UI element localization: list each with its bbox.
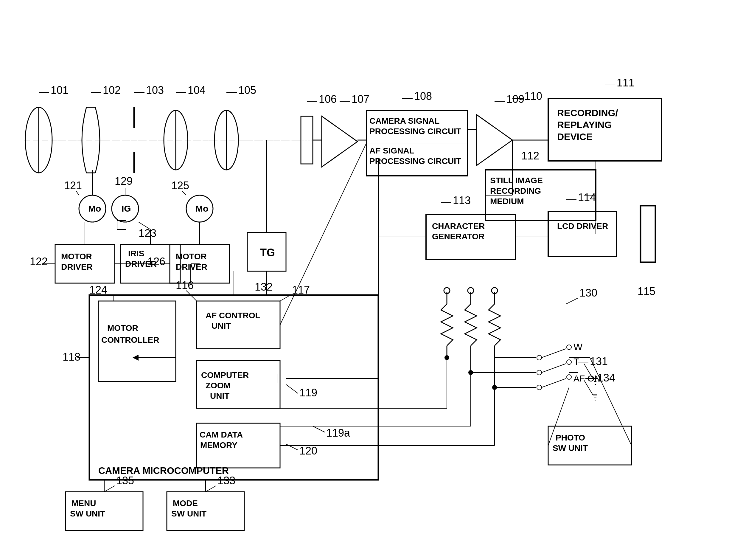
label-125: 125 bbox=[171, 179, 189, 191]
mode-sw-label2: SW UNIT bbox=[171, 509, 207, 518]
w-label: W bbox=[573, 342, 583, 352]
label-126: 126 bbox=[147, 255, 165, 268]
label-116: 116 bbox=[176, 279, 194, 292]
menu-sw-label1: MENU bbox=[72, 499, 96, 508]
diagram-svg: 101 102 103 104 105 106 107 CAMERA SIGNA… bbox=[0, 0, 743, 560]
char-gen-label2: GENERATOR bbox=[432, 232, 484, 241]
label-112: 112 bbox=[521, 149, 539, 162]
recording-label3: DEVICE bbox=[557, 131, 593, 142]
menu-sw-label2: SW UNIT bbox=[70, 509, 105, 518]
still-image-label1: STILL IMAGE bbox=[490, 176, 543, 185]
camera-signal-label2: PROCESSING CIRCUIT bbox=[369, 127, 461, 136]
label-118: 118 bbox=[62, 351, 80, 363]
label-133: 133 bbox=[217, 474, 235, 487]
computer-zoom-label1: COMPUTER bbox=[201, 371, 249, 380]
label-131: 131 bbox=[590, 355, 608, 368]
photo-sw-label2: SW UNIT bbox=[553, 443, 588, 453]
cam-data-label2: MEMORY bbox=[200, 440, 237, 450]
label-120: 120 bbox=[299, 445, 317, 457]
label-132: 132 bbox=[255, 281, 273, 293]
mode-sw-label1: MODE bbox=[173, 499, 198, 508]
motor-driver1-label2: DRIVER bbox=[61, 262, 93, 271]
motor-driver1-label1: MOTOR bbox=[61, 252, 92, 261]
label-104: 104 bbox=[188, 84, 206, 96]
camera-signal-label: CAMERA SIGNAL bbox=[369, 116, 439, 126]
iris-driver-label1: IRIS bbox=[128, 249, 144, 258]
mo-label-121: Mo bbox=[88, 204, 101, 213]
label-111: 111 bbox=[617, 77, 635, 89]
computer-zoom-label2: ZOOM bbox=[206, 381, 230, 390]
label-101: 101 bbox=[51, 84, 69, 96]
label-119a: 119a bbox=[326, 427, 350, 439]
cam-data-label1: CAM DATA bbox=[200, 430, 243, 439]
label-134: 134 bbox=[597, 372, 615, 384]
label-108: 108 bbox=[414, 90, 432, 102]
motor-ctrl-label2: CONTROLLER bbox=[101, 335, 159, 345]
label-113: 113 bbox=[453, 194, 471, 207]
label-103: 103 bbox=[146, 84, 164, 96]
motor-ctrl-label1: MOTOR bbox=[107, 324, 138, 333]
label-105: 105 bbox=[238, 84, 256, 96]
label-114: 114 bbox=[578, 191, 596, 204]
af-ctrl-label1: AF CONTROL bbox=[206, 311, 260, 320]
label-135: 135 bbox=[116, 474, 134, 487]
still-image-label2: RECORDING bbox=[490, 186, 541, 196]
af-ctrl-label2: UNIT bbox=[212, 321, 231, 331]
label-102: 102 bbox=[103, 84, 121, 96]
label-107: 107 bbox=[352, 93, 369, 105]
photo-sw-label1: PHOTO bbox=[556, 433, 585, 442]
recording-label2: REPLAYING bbox=[557, 120, 612, 130]
label-122: 122 bbox=[30, 255, 48, 268]
label-130: 130 bbox=[579, 287, 597, 299]
label-119: 119 bbox=[299, 387, 317, 399]
lcd-driver-label1: LCD DRIVER bbox=[557, 221, 608, 231]
af-signal-label: AF SIGNAL bbox=[369, 146, 414, 155]
label-109: 109 bbox=[507, 93, 524, 105]
ig-label: IG bbox=[122, 204, 131, 213]
label-110: 110 bbox=[524, 90, 542, 102]
label-123: 123 bbox=[138, 227, 157, 239]
motor-driver2-label1: MOTOR bbox=[176, 252, 207, 261]
label-121: 121 bbox=[64, 179, 82, 191]
label-106: 106 bbox=[319, 93, 337, 105]
computer-zoom-label3: UNIT bbox=[210, 391, 229, 400]
tg-label: TG bbox=[260, 247, 275, 259]
char-gen-label1: CHARACTER bbox=[432, 221, 485, 231]
af-signal-label2: PROCESSING CIRCUIT bbox=[369, 157, 461, 166]
still-image-label3: MEDIUM bbox=[490, 197, 524, 206]
label-115: 115 bbox=[638, 285, 655, 297]
recording-label1: RECORDING/ bbox=[557, 107, 618, 118]
label-124: 124 bbox=[89, 284, 107, 296]
label-129: 129 bbox=[115, 175, 133, 187]
mo-label-125: Mo bbox=[195, 204, 208, 213]
